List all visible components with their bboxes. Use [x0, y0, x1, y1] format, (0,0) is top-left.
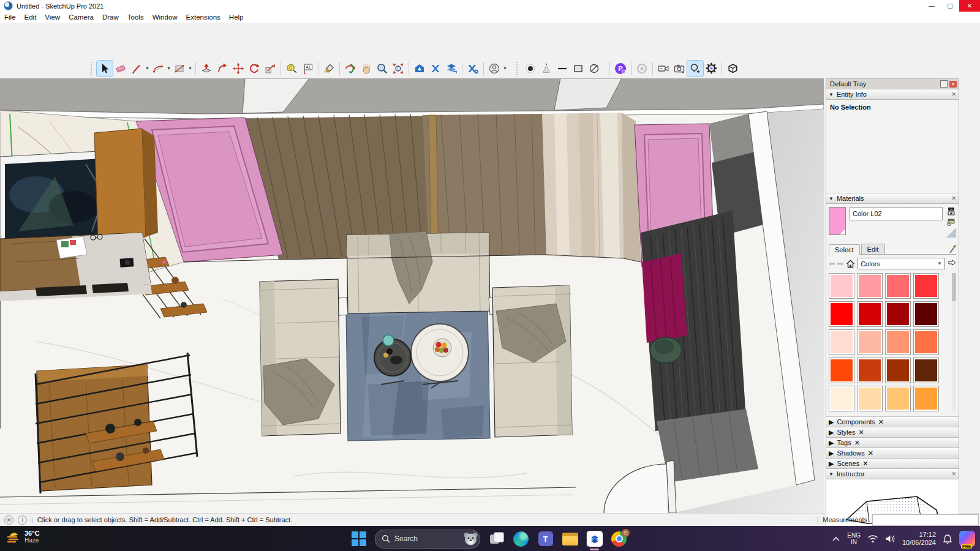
arc-tool-button[interactable]	[150, 61, 166, 77]
color-swatch[interactable]	[829, 358, 854, 383]
close-button[interactable]: ✕	[959, 0, 980, 12]
sketchup-taskbar-button[interactable]	[586, 531, 603, 547]
line-tool-button[interactable]	[129, 61, 145, 77]
orbit-tool-button[interactable]	[342, 61, 358, 77]
menu-camera[interactable]: Camera	[64, 13, 98, 21]
pan-tool-button[interactable]	[358, 61, 374, 77]
copilot-icon[interactable]: PRE	[959, 531, 975, 547]
capture-image-button[interactable]	[671, 61, 687, 77]
panel-close-icon[interactable]: ✕	[951, 91, 956, 97]
color-swatch[interactable]	[829, 386, 854, 411]
paint-bucket-tool-button[interactable]	[321, 61, 337, 77]
back-arrow-icon[interactable]: ⇦	[829, 260, 835, 268]
panel-close-icon[interactable]: ✕	[951, 471, 956, 477]
collapse-arrow-icon[interactable]: ▼	[829, 196, 834, 201]
styles-header[interactable]: ▶ Styles ✕	[826, 427, 959, 438]
color-swatch[interactable]	[857, 329, 883, 355]
color-swatch[interactable]	[913, 329, 939, 355]
geolocation-icon[interactable]: ◎	[4, 515, 13, 525]
menu-extensions[interactable]: Extensions	[182, 13, 225, 21]
menu-help[interactable]: Help	[225, 13, 248, 21]
tags-header[interactable]: ▶ Tags ✕	[826, 438, 959, 448]
menu-view[interactable]: View	[40, 13, 64, 21]
home-icon[interactable]	[846, 260, 855, 268]
arc-tool-dropdown[interactable]: ▼	[166, 66, 172, 70]
share-component-button[interactable]	[443, 61, 459, 77]
expand-arrow-icon[interactable]: ▶	[829, 429, 834, 437]
task-view-button[interactable]	[488, 531, 505, 547]
details-arrow-icon[interactable]	[948, 260, 956, 268]
collections-dropdown[interactable]: Colors ▼	[858, 258, 945, 269]
materials-header[interactable]: ▼ Materials ✕	[826, 193, 959, 204]
sign-in-button[interactable]	[486, 61, 502, 77]
zoom-extents-tool-button[interactable]	[390, 61, 406, 77]
start-button[interactable]	[350, 531, 367, 547]
scenes-header[interactable]: ▶ Scenes ✕	[826, 459, 959, 469]
notification-bell-icon[interactable]	[943, 534, 952, 544]
menu-file[interactable]: File	[0, 13, 20, 21]
forward-arrow-icon[interactable]: ⇨	[837, 260, 843, 268]
menu-edit[interactable]: Edit	[20, 13, 41, 21]
tray-title-bar[interactable]: Default Tray ✕	[826, 78, 959, 89]
shadows-header[interactable]: ▶ Shadows ✕	[826, 448, 959, 459]
share-model-button[interactable]	[428, 61, 443, 77]
color-swatch[interactable]	[857, 386, 883, 411]
measurements-input[interactable]	[872, 514, 979, 526]
panel-close-icon[interactable]: ✕	[854, 439, 860, 447]
zoom-tool-button[interactable]	[374, 61, 390, 77]
video-animation-button[interactable]	[655, 61, 671, 77]
color-swatch[interactable]	[885, 386, 911, 411]
taskbar-search[interactable]: Search	[375, 530, 480, 549]
clock-widget[interactable]: 17:12 10/06/2024	[902, 531, 936, 547]
toolbar-drag-handle[interactable]	[516, 62, 519, 75]
minimize-button[interactable]: —	[922, 0, 941, 12]
point-light-button[interactable]	[522, 61, 538, 77]
push-pull-tool-button[interactable]	[198, 61, 214, 77]
rotate-tool-button[interactable]	[246, 61, 262, 77]
color-swatch[interactable]	[857, 273, 883, 299]
sign-in-dropdown[interactable]: ▼	[502, 66, 508, 70]
menu-draw[interactable]: Draw	[98, 13, 123, 21]
maximize-button[interactable]: ▢	[941, 0, 959, 12]
line-tool-dropdown[interactable]: ▼	[145, 66, 150, 70]
entity-info-header[interactable]: ▼ Entity Info ✕	[826, 89, 959, 100]
spot-light-button[interactable]	[538, 61, 554, 77]
podium-settings-button[interactable]	[703, 61, 719, 77]
tab-select[interactable]: Select	[829, 244, 860, 255]
panel-close-icon[interactable]: ✕	[951, 195, 956, 201]
sofa-left[interactable]	[260, 279, 341, 436]
toolbar-drag-handle[interactable]	[91, 62, 94, 75]
color-swatch[interactable]	[913, 273, 939, 299]
edge-browser-button[interactable]	[513, 531, 529, 547]
scale-tool-button[interactable]	[262, 61, 278, 77]
podium-browser-button[interactable]	[725, 61, 741, 77]
hidden-icons-chevron[interactable]	[832, 536, 840, 542]
instructor-header[interactable]: ▼ Instructor ✕	[826, 469, 959, 479]
material-name-input[interactable]	[850, 207, 943, 220]
text-tool-button[interactable]: A1	[300, 61, 315, 77]
eyedropper-icon[interactable]	[949, 244, 956, 254]
collapse-arrow-icon[interactable]: ▼	[829, 92, 834, 97]
color-swatch[interactable]	[885, 301, 911, 327]
swatch-scrollbar[interactable]	[952, 273, 956, 411]
color-swatch[interactable]	[885, 329, 911, 355]
color-swatch[interactable]	[829, 329, 854, 355]
area-light-button[interactable]	[570, 61, 586, 77]
move-tool-button[interactable]	[230, 61, 246, 77]
color-swatch[interactable]	[913, 386, 939, 411]
weather-widget[interactable]: 36°C Haze	[5, 528, 40, 544]
select-tool-button[interactable]	[97, 61, 113, 77]
line-light-button[interactable]	[554, 61, 570, 77]
create-material-icon[interactable]	[946, 217, 956, 226]
marble-columns[interactable]	[542, 113, 624, 258]
color-swatch[interactable]	[913, 358, 939, 383]
panel-close-icon[interactable]: ✕	[878, 418, 884, 426]
wifi-icon[interactable]	[867, 534, 878, 543]
color-swatch[interactable]	[913, 301, 939, 327]
color-swatch[interactable]	[885, 358, 911, 383]
color-swatch[interactable]	[829, 301, 854, 327]
rectangle-tool-button[interactable]	[172, 61, 187, 77]
panel-close-icon[interactable]: ✕	[862, 460, 868, 468]
panel-close-icon[interactable]: ✕	[868, 449, 873, 457]
rectangle-tool-dropdown[interactable]: ▼	[187, 66, 193, 70]
